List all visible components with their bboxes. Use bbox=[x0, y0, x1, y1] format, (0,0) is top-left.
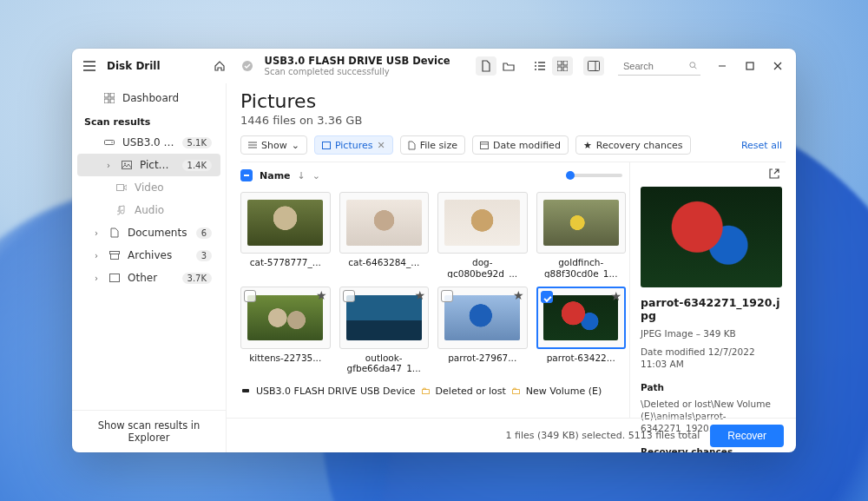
chevron-down-icon[interactable]: ⌄ bbox=[312, 170, 320, 181]
sidebar-item-label: USB3.0 FLASH DRIVE US... bbox=[122, 136, 175, 148]
breadcrumb-root[interactable]: USB3.0 FLASH DRIVE USB Device bbox=[256, 386, 416, 397]
home-icon[interactable] bbox=[209, 56, 230, 76]
column-name[interactable]: Name bbox=[260, 170, 291, 181]
drive-icon bbox=[103, 138, 115, 147]
breadcrumb-folder[interactable]: New Volume (E) bbox=[526, 386, 602, 397]
page-subtitle: 1446 files on 3.36 GB bbox=[240, 114, 782, 127]
star-icon[interactable]: ★ bbox=[414, 288, 425, 302]
sidebar-badge: 6 bbox=[196, 227, 212, 239]
view-mode-layout bbox=[529, 56, 573, 76]
filter-label: Recovery chances bbox=[596, 140, 683, 151]
sidebar-section-heading: Scan results bbox=[72, 109, 226, 131]
grid-view-icon[interactable] bbox=[552, 56, 573, 76]
thumbnail-filename: outlook-gfbe66da47_1... bbox=[339, 353, 430, 373]
preview-image bbox=[641, 187, 782, 287]
thumbnail-item[interactable]: dog-gc080be92d_... bbox=[437, 192, 528, 278]
filter-file-size[interactable]: File size bbox=[400, 135, 465, 155]
svg-rect-24 bbox=[480, 142, 488, 149]
thumbnail-item[interactable]: ★ parrot-27967... bbox=[437, 287, 528, 372]
search-box[interactable] bbox=[618, 56, 700, 76]
thumbnail-item[interactable]: ★ parrot-63422... bbox=[536, 287, 627, 372]
hamburger-icon[interactable] bbox=[79, 56, 100, 76]
thumb-checkbox[interactable] bbox=[441, 290, 453, 302]
show-in-explorer-button[interactable]: Show scan results in Explorer bbox=[72, 410, 226, 452]
sidebar-item-label: Video bbox=[135, 181, 212, 194]
thumbnail-filename: parrot-27967... bbox=[448, 353, 516, 373]
thumbnail-filename: kittens-22735... bbox=[249, 353, 321, 373]
svg-rect-21 bbox=[111, 254, 119, 260]
sidebar-item-pictures[interactable]: › Pictures 1.4K bbox=[77, 154, 220, 176]
sidebar-item-audio[interactable]: Audio bbox=[77, 199, 220, 221]
thumb-checkbox[interactable] bbox=[244, 290, 256, 302]
show-label: Show bbox=[261, 140, 287, 151]
window-minimize-icon[interactable] bbox=[711, 55, 733, 77]
list-view-icon[interactable] bbox=[529, 56, 550, 76]
preview-date: Date modified 12/7/2022 11:03 AM bbox=[641, 346, 782, 370]
recover-button[interactable]: Recover bbox=[710, 425, 784, 447]
filter-date-modified[interactable]: Date modified bbox=[472, 135, 569, 155]
status-check-icon bbox=[237, 56, 258, 76]
status-text: 1 files (349 KB) selected. 5113 files to… bbox=[505, 430, 700, 441]
device-name: USB3.0 FLASH DRIVE USB Device bbox=[265, 56, 450, 67]
chevron-down-icon: ⌄ bbox=[292, 140, 299, 151]
svg-rect-13 bbox=[104, 99, 108, 103]
sidebar: Dashboard Scan results USB3.0 FLASH DRIV… bbox=[72, 83, 227, 452]
thumbnail-item[interactable]: cat-6463284_... bbox=[339, 192, 430, 278]
show-dropdown[interactable]: Show ⌄ bbox=[240, 135, 307, 155]
sidebar-item-dashboard[interactable]: Dashboard bbox=[77, 87, 220, 109]
svg-rect-5 bbox=[589, 62, 600, 71]
select-all-checkbox[interactable] bbox=[240, 169, 253, 181]
thumbnail-item[interactable]: ★ outlook-gfbe66da47_1... bbox=[339, 287, 430, 372]
search-icon bbox=[689, 61, 697, 70]
thumbnail-item[interactable]: ★ kittens-22735... bbox=[240, 287, 331, 372]
sidebar-item-archives[interactable]: › Archives 3 bbox=[77, 244, 220, 267]
star-icon: ★ bbox=[583, 140, 592, 151]
breadcrumb-folder[interactable]: Deleted or lost bbox=[436, 386, 506, 397]
archive-icon bbox=[108, 251, 121, 260]
svg-rect-4 bbox=[563, 67, 568, 71]
thumbnail-item[interactable]: goldfinch-g88f30cd0e_1... bbox=[536, 192, 627, 278]
page-title: Pictures bbox=[240, 90, 782, 112]
thumbnail-size-slider[interactable] bbox=[570, 174, 622, 177]
close-icon[interactable]: ✕ bbox=[377, 140, 385, 151]
star-icon[interactable]: ★ bbox=[316, 288, 327, 302]
preview-panel-icon[interactable] bbox=[583, 56, 604, 76]
window-close-icon[interactable] bbox=[766, 55, 789, 77]
window-maximize-icon[interactable] bbox=[739, 55, 761, 77]
open-external-icon[interactable] bbox=[766, 166, 782, 181]
svg-rect-23 bbox=[322, 142, 330, 148]
sidebar-item-other[interactable]: › Other 3.7K bbox=[77, 267, 220, 289]
sidebar-item-video[interactable]: Video bbox=[77, 176, 220, 199]
search-input[interactable] bbox=[621, 60, 686, 72]
reset-all-link[interactable]: Reset all bbox=[741, 140, 782, 151]
sidebar-badge: 1.4K bbox=[182, 160, 212, 171]
file-view-icon[interactable] bbox=[476, 56, 496, 76]
preview-panel: parrot-6342271_1920.jpg JPEG Image – 349… bbox=[629, 162, 786, 418]
thumbnail-item[interactable]: cat-5778777_... bbox=[240, 192, 331, 278]
star-icon[interactable]: ★ bbox=[513, 288, 524, 302]
filter-bar: Show ⌄ Pictures ✕ File size Date modifie… bbox=[227, 132, 796, 162]
device-status: Scan completed successfully bbox=[265, 67, 450, 77]
svg-rect-15 bbox=[105, 141, 115, 145]
video-icon bbox=[115, 183, 128, 192]
preview-toggle-group bbox=[583, 56, 604, 76]
sidebar-item-documents[interactable]: › Documents 6 bbox=[77, 221, 220, 244]
svg-rect-12 bbox=[110, 93, 115, 97]
dashboard-icon bbox=[103, 93, 115, 103]
thumb-checkbox[interactable] bbox=[541, 291, 553, 303]
filter-pictures[interactable]: Pictures ✕ bbox=[314, 135, 393, 155]
folder-view-icon[interactable] bbox=[498, 56, 519, 76]
svg-rect-1 bbox=[557, 61, 562, 65]
svg-rect-2 bbox=[563, 61, 568, 65]
filter-recovery-chances[interactable]: ★ Recovery chances bbox=[575, 135, 691, 155]
sort-arrow-icon[interactable]: ↓ bbox=[298, 170, 306, 181]
thumb-checkbox[interactable] bbox=[343, 290, 355, 302]
chevron-right-icon: › bbox=[95, 228, 102, 238]
sidebar-item-label: Other bbox=[128, 272, 175, 284]
device-info: USB3.0 FLASH DRIVE USB Device Scan compl… bbox=[265, 56, 450, 77]
svg-rect-14 bbox=[110, 99, 115, 103]
main-panel: Pictures 1446 files on 3.36 GB Show ⌄ Pi… bbox=[227, 83, 796, 452]
star-icon[interactable]: ★ bbox=[610, 289, 621, 303]
thumbnail-filename: cat-5778777_... bbox=[250, 257, 321, 278]
sidebar-item-device[interactable]: USB3.0 FLASH DRIVE US... 5.1K bbox=[77, 131, 220, 154]
